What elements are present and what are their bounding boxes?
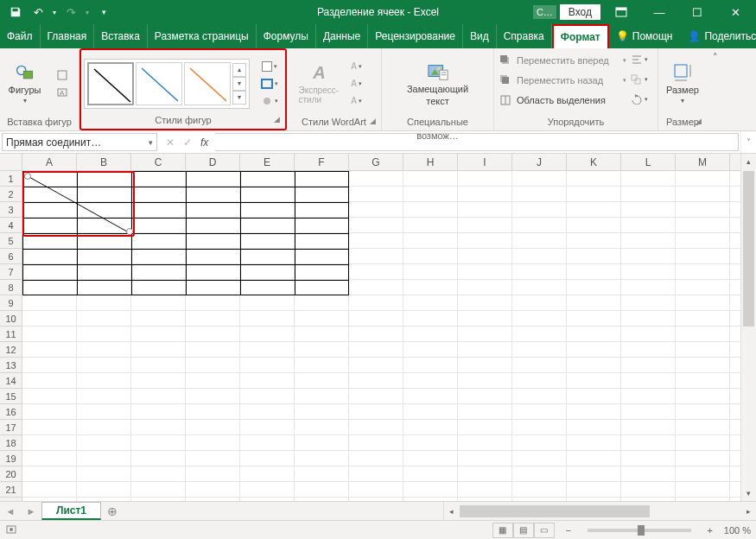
- col-header[interactable]: H: [403, 154, 458, 170]
- ribbon-display-options-button[interactable]: [604, 0, 638, 24]
- redo-more-button[interactable]: ▾: [83, 3, 92, 22]
- shape-styles-gallery[interactable]: ▴ ▾ ▾: [84, 59, 250, 109]
- row-header[interactable]: 11: [0, 327, 22, 342]
- zoom-out-button[interactable]: −: [562, 525, 575, 536]
- col-header[interactable]: L: [621, 154, 676, 170]
- shape-handle-end[interactable]: [126, 228, 133, 235]
- group-button[interactable]: ▾: [626, 72, 652, 87]
- col-header[interactable]: I: [458, 154, 512, 170]
- row-header[interactable]: 1: [0, 171, 22, 187]
- row-header[interactable]: 21: [0, 482, 22, 498]
- col-header[interactable]: D: [186, 154, 240, 170]
- text-outline-button[interactable]: A▾: [344, 76, 370, 92]
- shape-handle-start[interactable]: [24, 173, 31, 180]
- cells-area[interactable]: [22, 171, 740, 501]
- scroll-right-button[interactable]: ▸: [740, 507, 756, 516]
- close-button[interactable]: ✕: [718, 0, 753, 24]
- rotate-button[interactable]: ▾: [626, 92, 652, 107]
- name-box[interactable]: Прямая соединит… ▾: [2, 133, 157, 151]
- row-header[interactable]: 8: [0, 280, 22, 295]
- collapse-ribbon-button[interactable]: ˄: [713, 52, 718, 63]
- maximize-button[interactable]: ☐: [680, 0, 715, 24]
- row-header[interactable]: 3: [0, 202, 22, 218]
- selected-line-shape[interactable]: [22, 171, 135, 237]
- col-header[interactable]: F: [295, 154, 349, 170]
- alt-text-button[interactable]: Замещающий текст: [399, 58, 477, 110]
- row-header[interactable]: 16: [0, 404, 22, 420]
- sheet-tab-active[interactable]: Лист1: [41, 502, 101, 520]
- normal-view-button[interactable]: ▦: [492, 523, 513, 538]
- zoom-slider-thumb[interactable]: [638, 525, 645, 536]
- send-backward-button[interactable]: Переместить назад▾: [499, 72, 626, 89]
- select-all-button[interactable]: [0, 154, 22, 171]
- macro-record-button[interactable]: [5, 523, 17, 537]
- scroll-left-button[interactable]: ◂: [444, 507, 460, 516]
- text-box-button[interactable]: A: [49, 85, 75, 100]
- selection-pane-button[interactable]: Область выделения: [499, 92, 626, 109]
- share-button[interactable]: 👤 Поделиться: [681, 24, 756, 48]
- tab-file[interactable]: Файл: [0, 24, 41, 48]
- zoom-level[interactable]: 100 %: [724, 525, 751, 536]
- col-header[interactable]: C: [131, 154, 186, 170]
- tab-insert[interactable]: Вставка: [94, 24, 148, 48]
- scroll-up-button[interactable]: ▴: [741, 154, 756, 169]
- expand-formula-bar-button[interactable]: ˅: [740, 131, 756, 153]
- horizontal-scrollbar[interactable]: ◂ ▸: [443, 502, 756, 520]
- row-header[interactable]: 10: [0, 311, 22, 327]
- undo-button[interactable]: ↶: [28, 3, 48, 22]
- tab-data[interactable]: Данные: [316, 24, 368, 48]
- col-header[interactable]: E: [240, 154, 295, 170]
- vscroll-thumb[interactable]: [743, 171, 754, 327]
- tab-view[interactable]: Вид: [463, 24, 497, 48]
- tab-home[interactable]: Главная: [41, 24, 95, 48]
- page-break-view-button[interactable]: ▭: [534, 523, 555, 538]
- zoom-slider[interactable]: [588, 529, 691, 532]
- tab-format[interactable]: Формат: [552, 24, 609, 48]
- row-header[interactable]: 12: [0, 342, 22, 358]
- shapes-button[interactable]: Фигуры ▾: [4, 58, 46, 110]
- wordart-dialog-launcher[interactable]: ◢: [370, 114, 376, 128]
- row-header[interactable]: 18: [0, 435, 22, 451]
- tab-formulas[interactable]: Формулы: [257, 24, 316, 48]
- shape-styles-dialog-launcher[interactable]: ◢: [274, 112, 280, 126]
- save-button[interactable]: [5, 3, 26, 22]
- sheet-nav-prev[interactable]: ◄: [0, 502, 21, 520]
- col-header[interactable]: K: [567, 154, 621, 170]
- row-header[interactable]: 9: [0, 295, 22, 311]
- sheet-nav-next[interactable]: ►: [21, 502, 41, 520]
- row-header[interactable]: 7: [0, 264, 22, 280]
- hscroll-thumb[interactable]: [460, 505, 650, 517]
- redo-button[interactable]: ↷: [60, 3, 81, 22]
- col-header[interactable]: J: [512, 154, 567, 170]
- edit-shape-button[interactable]: [49, 67, 75, 83]
- row-header[interactable]: 4: [0, 218, 22, 233]
- row-header[interactable]: 17: [0, 420, 22, 435]
- style-thumb-3[interactable]: [184, 62, 231, 105]
- tab-page-layout[interactable]: Разметка страницы: [148, 24, 257, 48]
- col-header[interactable]: M: [676, 154, 730, 170]
- minimize-button[interactable]: —: [642, 0, 677, 24]
- zoom-in-button[interactable]: +: [703, 525, 717, 536]
- express-styles-button[interactable]: A Экспресс-стили: [299, 58, 340, 110]
- vertical-scrollbar[interactable]: ▴ ▾: [740, 154, 756, 501]
- text-fill-button[interactable]: A▾: [344, 59, 370, 74]
- tell-me-button[interactable]: 💡 Помощн: [609, 24, 680, 48]
- page-layout-view-button[interactable]: ▤: [513, 523, 534, 538]
- row-header[interactable]: 19: [0, 451, 22, 466]
- row-header[interactable]: 13: [0, 358, 22, 373]
- text-effects-button[interactable]: A▾: [344, 93, 370, 109]
- row-header[interactable]: 15: [0, 389, 22, 404]
- style-thumb-2[interactable]: [136, 62, 182, 105]
- row-header[interactable]: 20: [0, 466, 22, 482]
- row-header[interactable]: 5: [0, 233, 22, 249]
- col-header[interactable]: A: [22, 154, 77, 170]
- qat-customize-button[interactable]: ▾: [93, 3, 114, 22]
- name-box-dropdown[interactable]: ▾: [149, 138, 153, 147]
- bring-forward-button[interactable]: Переместить вперед▾: [499, 52, 626, 69]
- row-header[interactable]: 6: [0, 249, 22, 264]
- tab-help[interactable]: Справка: [497, 24, 552, 48]
- new-sheet-button[interactable]: ⊕: [101, 502, 124, 520]
- undo-more-button[interactable]: ▾: [50, 3, 59, 22]
- scroll-down-button[interactable]: ▾: [741, 485, 756, 501]
- size-button[interactable]: Размер ▾: [662, 58, 703, 110]
